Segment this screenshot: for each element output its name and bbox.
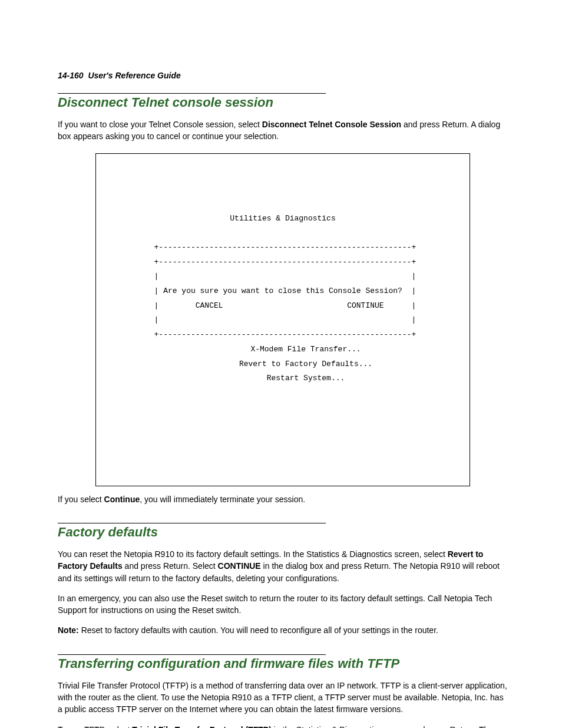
terminal-menu-item: X-Modem File Transfer... xyxy=(96,342,470,357)
text-run: To use TFTP, select xyxy=(58,725,132,728)
terminal-buttons-row: | CANCEL CONTINUE | xyxy=(96,299,470,314)
terminal-menu-item: Revert to Factory Defaults... xyxy=(96,357,470,372)
bold-text: Disconnect Telnet Console Session xyxy=(262,120,401,129)
terminal-prompt-text: | Are you sure you want to close this Co… xyxy=(96,284,470,299)
section-title-disconnect: Disconnect Telnet console session xyxy=(58,95,508,110)
section-block: Factory defaults You can reset the Netop… xyxy=(58,523,508,637)
terminal-title: Utilities & Diagnostics xyxy=(96,212,470,226)
section-rule xyxy=(58,93,326,94)
terminal-inner: Utilities & Diagnostics +---------------… xyxy=(96,197,470,415)
text-run: If you select xyxy=(58,495,104,504)
section-block: Transferring configuration and firmware … xyxy=(58,654,508,728)
text-run: You can reset the Netopia R910 to its fa… xyxy=(58,549,448,559)
terminal-screenshot: Utilities & Diagnostics +---------------… xyxy=(95,153,470,486)
terminal-border: +---------------------------------------… xyxy=(96,241,470,255)
section-rule xyxy=(58,523,326,523)
guide-title: User's Reference Guide xyxy=(88,71,180,80)
body-paragraph: Note: Reset to factory defaults with cau… xyxy=(58,624,508,636)
terminal-border: +---------------------------------------… xyxy=(96,328,470,342)
bold-text: Continue xyxy=(104,495,140,504)
section-title-tftp: Transferring configuration and firmware … xyxy=(58,656,508,671)
body-paragraph: Trivial File Transfer Protocol (TFTP) is… xyxy=(58,680,508,716)
section-title-factory-defaults: Factory defaults xyxy=(58,525,508,540)
body-paragraph: To use TFTP, select Trivial File Transfe… xyxy=(58,724,508,728)
body-paragraph: You can reset the Netopia R910 to its fa… xyxy=(58,548,508,584)
text-run: , you will immediately terminate your se… xyxy=(140,495,305,504)
text-run: and press Return. Select xyxy=(123,561,218,571)
bold-text: CONTINUE xyxy=(218,561,261,571)
body-paragraph: In an emergency, you can also use the Re… xyxy=(58,592,508,617)
page-header: 14-160 User's Reference Guide xyxy=(58,71,508,80)
terminal-border: +---------------------------------------… xyxy=(96,255,470,270)
section-rule xyxy=(58,654,326,655)
terminal-blank-row: | | xyxy=(96,313,470,328)
document-page: 14-160 User's Reference Guide Disconnect… xyxy=(0,0,562,728)
text-run: Reset to factory defaults with caution. … xyxy=(79,625,438,635)
bold-text: Trivial File Transfer Protocol (TFTP) xyxy=(132,725,272,728)
text-run: If you want to close your Telnet Console… xyxy=(58,120,262,129)
note-label: Note: xyxy=(58,625,79,635)
body-paragraph: If you want to close your Telnet Console… xyxy=(58,118,508,143)
terminal-blank-row: | | xyxy=(96,269,470,284)
terminal-menu-item: Restart System... xyxy=(96,371,470,386)
page-number: 14-160 xyxy=(58,71,84,80)
body-paragraph: If you select Continue, you will immedia… xyxy=(58,493,508,505)
